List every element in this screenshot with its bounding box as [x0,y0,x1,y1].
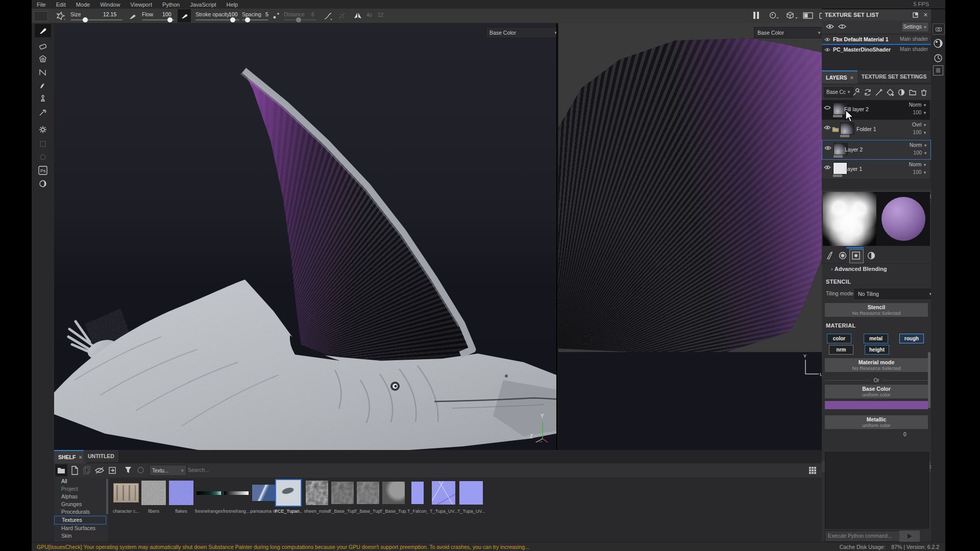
shelf-item[interactable]: pansauma re... [250,479,278,514]
shelf-item[interactable]: PCE_Tupan... [275,479,302,514]
stencil-mode-icon[interactable] [849,249,864,263]
layout-grid-icon[interactable] [34,11,48,21]
eye-icon[interactable] [826,23,834,30]
tiling-mode-select[interactable]: No Tiling▼ [854,289,936,299]
shelf-folder-view-icon[interactable] [55,464,67,477]
eye-icon[interactable] [824,47,830,52]
tab-shelf[interactable]: SHELF× [54,450,86,463]
viewport-2d[interactable]: Base Color▼ Y U [557,23,823,450]
close-icon[interactable]: × [850,74,853,81]
spacing-slider[interactable] [242,19,268,20]
python-command-input[interactable]: Execute Python command... [825,531,902,542]
projection-tool[interactable] [35,53,51,66]
shelf-item[interactable]: T_Falcon_U... [407,479,428,514]
filter-tag-chip[interactable]: Textu...× [149,465,187,476]
menu-viewport[interactable]: Viewport [125,2,157,8]
channel-rough-button[interactable]: rough [899,334,924,343]
display-split-icon[interactable] [802,11,814,20]
channel-height-button[interactable]: height [865,345,889,355]
flow-slider[interactable] [142,19,175,20]
eye-icon[interactable] [824,37,830,42]
layer-visibility-icon[interactable] [824,165,831,170]
menu-help[interactable]: Help [222,2,243,8]
shelf-item[interactable]: T_Tupa_UV... [457,479,485,514]
photoshop-export-icon[interactable]: Ps [35,164,51,177]
tab-texture-set-settings[interactable]: TEXTURE SET SETTINGS [857,70,931,83]
layer-visibility-icon[interactable] [824,145,831,151]
menu-file[interactable]: File [32,2,51,8]
material-mode-icon[interactable] [867,251,876,260]
texture-set-row[interactable]: PC_MasterDinoShader Main shader [822,45,931,54]
brush-mode-icon[interactable] [826,251,835,260]
channel-nrm-button[interactable]: nrm [829,345,853,355]
clone-tool[interactable] [35,92,51,106]
layer-visibility-icon[interactable] [824,125,831,130]
shelf-item[interactable]: fibers [140,479,167,514]
close-icon[interactable]: ✕ [923,12,928,18]
brush-stamp-icon[interactable] [54,11,66,21]
viewport-3d[interactable]: Base Color▼ Y Z X [54,23,556,450]
layers-channel-filter[interactable]: Base Cc▼ [824,87,853,97]
add-smart-material-icon[interactable] [897,88,905,96]
category-alphas[interactable]: Alphas [54,493,106,500]
eye-outline-icon[interactable] [838,23,846,30]
shelf-item[interactable]: flakes [167,479,195,514]
dock-resources-icon[interactable] [933,38,944,49]
delete-layer-icon[interactable] [920,88,928,96]
dino-view-icon[interactable] [769,11,782,20]
channel-color-button[interactable]: color [827,334,851,343]
shelf-item[interactable]: T_Tupa_UV... [430,479,457,514]
size-slider[interactable] [70,19,122,20]
add-folder-icon[interactable] [909,88,917,96]
refresh-icon[interactable] [137,466,144,474]
channel-metal-button[interactable]: metal [864,334,888,343]
grid-view-icon[interactable] [808,466,817,474]
symmetry-icon[interactable] [353,12,362,20]
dock-history-icon[interactable] [933,53,943,63]
shelf-item[interactable]: T_Base_Tup... [380,479,407,514]
brush-tip-button[interactable] [178,9,191,22]
category-textures[interactable]: Textures [54,516,106,524]
category-procedurals[interactable]: Procedurals [54,508,106,516]
menu-window[interactable]: Window [95,2,125,8]
close-icon[interactable]: × [79,454,82,460]
texture-set-row[interactable]: Fbx Default Material 1 Main shader [822,35,931,45]
menu-edit[interactable]: Edit [51,2,71,8]
category-grunges[interactable]: Grunges [54,500,106,508]
mesh-cube-icon[interactable] [786,11,799,20]
add-paint-layer-icon[interactable] [875,88,883,96]
category-hard-surfaces[interactable]: Hard Surfaces [54,524,106,532]
base-color-button[interactable]: Base Color uniform color [825,385,928,398]
stencil-resource-button[interactable]: Stencil No Resource Selected [825,303,928,317]
shelf-item[interactable]: T_Base_Tup... [354,479,382,514]
menu-python[interactable]: Python [157,2,185,8]
menu-javascript[interactable]: JavaScript [185,2,221,8]
layer-row-layer-1[interactable]: Layer 1 Norm ▼ 100 ▼ [822,160,930,180]
add-fill-layer-icon[interactable] [886,88,894,96]
material-mode-button[interactable]: Material mode No Resource Selected [825,358,928,372]
remove-tag-icon[interactable]: × [181,468,184,473]
metallic-button[interactable]: Metallic uniform color [825,415,928,429]
advanced-blending-section[interactable]: › Advanced Blending [822,263,931,275]
material-picker-tool[interactable] [35,106,51,119]
tab-untitled[interactable]: UNTITLED [84,450,118,462]
shelf-item[interactable]: character c... [112,479,140,514]
import-resources-icon[interactable] [108,466,116,474]
base-color-swatch[interactable] [825,401,928,409]
pause-icon[interactable] [757,12,759,19]
material-preview-sphere[interactable] [876,192,930,246]
shelf-item[interactable]: fresnelranges [195,479,223,514]
falloff-curve-icon[interactable] [324,12,333,21]
settings-dropdown[interactable]: Settings ▼ [901,22,929,32]
filter-icon[interactable] [125,466,132,474]
layer-row-fill-layer-2[interactable]: Fill layer 2 Norm ▼ 100 ▼ [822,100,930,120]
tab-layers[interactable]: LAYERS× [822,70,857,84]
hide-resources-icon[interactable] [95,467,104,474]
polygon-fill-tool[interactable] [35,66,51,79]
shelf-item[interactable]: sheen_noise [303,479,331,514]
layer-row-folder-1[interactable]: Folder 1 Ovrl ▼ 100 ▼ [822,120,930,140]
category-skin[interactable]: Skin [54,532,106,540]
add-fill-icon[interactable] [864,88,872,96]
paint-tool[interactable] [35,24,51,37]
layer-row-layer-2[interactable]: Layer 2 Norm ▼ 100 ▼ [822,140,931,160]
